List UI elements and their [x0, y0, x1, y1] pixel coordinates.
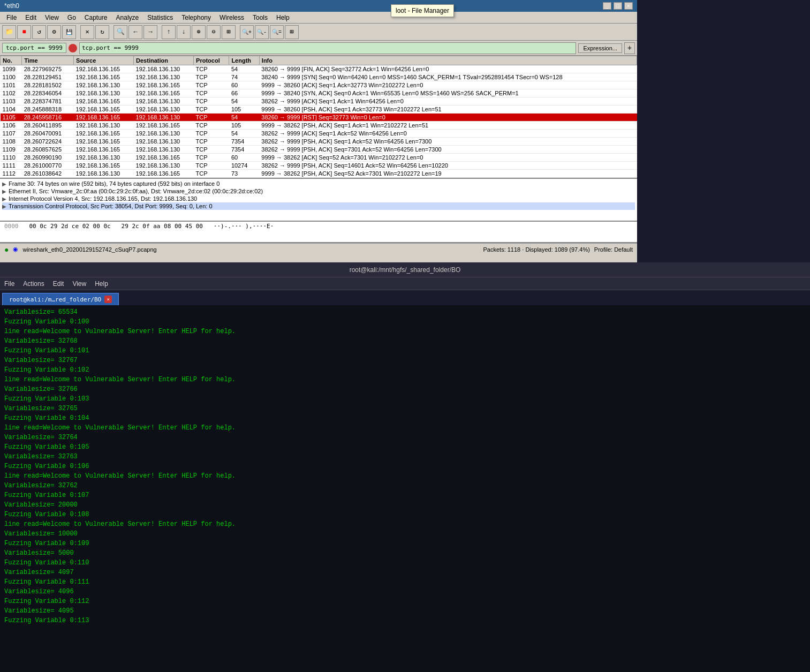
toolbar-next[interactable]: →: [143, 25, 157, 39]
table-row[interactable]: 1101 28.228181502 192.168.136.130 192.16…: [1, 81, 637, 89]
toolbar-zoom-in[interactable]: ⊕: [192, 25, 206, 39]
terminal-line: Variablesize= 32766: [4, 384, 806, 394]
toolbar-save[interactable]: 💾: [62, 25, 76, 39]
menu-statistics[interactable]: Statistics: [143, 13, 177, 22]
detail-row[interactable]: ▶Ethernet II, Src: Vmware_2c:0f:aa (00:0…: [2, 187, 635, 195]
toolbar-find[interactable]: 🔍: [113, 25, 127, 39]
table-row[interactable]: 1104 28.245888318 192.168.136.165 192.16…: [1, 105, 637, 114]
terminal-line: Variablesize= 32765: [4, 404, 806, 413]
terminal-line: Variablesize= 32763: [4, 452, 806, 462]
col-protocol[interactable]: Protocol: [194, 56, 229, 65]
detail-row[interactable]: ▶Frame 30: 74 bytes on wire (592 bits), …: [2, 180, 635, 187]
terminal-line: Fuzzing Variable 0:102: [4, 365, 806, 375]
terminal-line: Variablesize= 4096: [4, 587, 806, 597]
terminal-tab-close[interactable]: ×: [104, 296, 112, 303]
filter-clear-btn[interactable]: [69, 44, 77, 52]
toolbar-options[interactable]: ⚙: [47, 25, 61, 39]
col-no[interactable]: No.: [1, 56, 22, 65]
minimize-button[interactable]: _: [603, 2, 611, 10]
menu-analyze[interactable]: Analyze: [112, 13, 143, 22]
menu-view[interactable]: View: [41, 13, 63, 22]
toolbar-reload[interactable]: ↻: [95, 25, 109, 39]
toolbar-zoom-out2[interactable]: 🔍-: [255, 25, 269, 39]
menu-wireless[interactable]: Wireless: [215, 13, 248, 22]
menu-go[interactable]: Go: [63, 13, 80, 22]
detail-arrow: ▶: [2, 203, 6, 209]
hex-dots: ··)-.··· ),····E·: [214, 223, 274, 230]
terminal-menu-help[interactable]: Help: [95, 280, 108, 288]
table-row[interactable]: 1107 28.260470091 192.168.136.165 192.16…: [1, 130, 637, 138]
menu-telephony[interactable]: Telephony: [177, 13, 215, 22]
toolbar-resize[interactable]: ⊞: [285, 25, 299, 39]
filter-add-btn[interactable]: +: [624, 42, 635, 54]
menu-help[interactable]: Help: [272, 13, 294, 22]
toolbar-mark-prev[interactable]: ↑: [162, 25, 176, 39]
terminal-line: line read=Welcome to Vulnerable Server! …: [4, 375, 806, 384]
hex-line: 0000 00 0c 29 2d ce 02 00 0c 29 2c 0f aa…: [4, 223, 633, 230]
menu-tools[interactable]: Tools: [248, 13, 272, 22]
terminal-line: line read=Welcome to Vulnerable Server! …: [4, 519, 806, 529]
toolbar-open[interactable]: 📁: [2, 25, 16, 39]
menu-edit[interactable]: Edit: [21, 13, 41, 22]
table-row[interactable]: 1106 28.260411895 192.168.136.130 192.16…: [1, 122, 637, 130]
wireshark-statusbar: ● ◉ wireshark_eth0_20200129152742_cSuqP7…: [0, 243, 637, 255]
statusbar-packets: Packets: 1118 · Displayed: 1089 (97.4%): [483, 246, 590, 253]
col-destination[interactable]: Destination: [134, 56, 194, 65]
terminal-line: Variablesize= 5000: [4, 548, 806, 558]
table-row[interactable]: 1102 28.228346054 192.168.136.130 192.16…: [1, 89, 637, 97]
wireshark-menubar: File Edit View Go Capture Analyze Statis…: [0, 12, 637, 24]
hex-view: 0000 00 0c 29 2d ce 02 00 0c 29 2c 0f aa…: [0, 222, 637, 243]
detail-arrow: ▶: [2, 181, 6, 187]
detail-text: Ethernet II, Src: Vmware_2c:0f:aa (00:0c…: [9, 188, 263, 194]
col-time[interactable]: Time: [22, 56, 74, 65]
toolbar-mark-next[interactable]: ↓: [177, 25, 191, 39]
maximize-button[interactable]: □: [614, 2, 622, 10]
menu-capture[interactable]: Capture: [80, 13, 112, 22]
table-row[interactable]: 1099 28.227969275 192.168.136.165 192.16…: [1, 65, 637, 73]
filter-input[interactable]: [79, 42, 576, 54]
table-row[interactable]: 1110 28.260990190 192.168.136.130 192.16…: [1, 154, 637, 162]
terminal-menu-actions[interactable]: Actions: [23, 280, 44, 288]
detail-row[interactable]: ▶Internet Protocol Version 4, Src: 192.1…: [2, 195, 635, 202]
table-row[interactable]: 1108 28.260722624 192.168.136.165 192.16…: [1, 138, 637, 146]
toolbar-stop[interactable]: ■: [17, 25, 31, 39]
terminal-content[interactable]: Variablesize= 65534Fuzzing Variable 0:10…: [0, 305, 810, 672]
terminal-tab-1[interactable]: root@kali:/m…red_folder/BO ×: [2, 293, 119, 305]
col-source[interactable]: Source: [74, 56, 134, 65]
terminal-line: Fuzzing Variable 0:111: [4, 577, 806, 587]
terminal-line: Fuzzing Variable 0:103: [4, 394, 806, 404]
terminal-menu-view[interactable]: View: [72, 280, 86, 288]
wireshark-title: *eth0: [4, 2, 19, 10]
terminal-line: Variablesize= 4095: [4, 606, 806, 616]
toolbar-close[interactable]: ✕: [80, 25, 94, 39]
table-row[interactable]: 1103 28.228374781 192.168.136.165 192.16…: [1, 97, 637, 105]
close-button[interactable]: ×: [624, 2, 633, 10]
col-length[interactable]: Length: [229, 56, 259, 65]
terminal-menu-file[interactable]: File: [4, 280, 14, 288]
table-row[interactable]: 1111 28.261000770 192.168.136.165 192.16…: [1, 162, 637, 170]
packet-detail: ▶Frame 30: 74 bytes on wire (592 bits), …: [0, 179, 637, 222]
terminal-line: Variablesize= 32768: [4, 336, 806, 346]
table-row[interactable]: 1100 28.228129451 192.168.136.165 192.16…: [1, 73, 637, 81]
terminal-line: Fuzzing Variable 0:101: [4, 346, 806, 356]
table-row[interactable]: 1109 28.260857625 192.168.136.165 192.16…: [1, 146, 637, 154]
terminal-line: Fuzzing Variable 0:106: [4, 462, 806, 471]
terminal-title: root@kali:/mnt/hgfs/_shared_folder/BO: [350, 266, 461, 274]
toolbar-zoom-reset[interactable]: 🔍=: [270, 25, 284, 39]
detail-row[interactable]: ▶Transmission Control Protocol, Src Port…: [2, 202, 635, 210]
toolbar-filter-pkt[interactable]: ⊞: [222, 25, 236, 39]
terminal-line: Variablesize= 32764: [4, 433, 806, 442]
filter-expression-btn[interactable]: Expression...: [578, 43, 622, 53]
toolbar-prev[interactable]: ←: [128, 25, 142, 39]
table-row[interactable]: 1105 28.245958716 192.168.136.165 192.16…: [1, 114, 637, 122]
toolbar-zoom-in2[interactable]: 🔍+: [240, 25, 254, 39]
loot-tooltip-text: loot - File Manager: [396, 7, 449, 14]
toolbar-zoom-out[interactable]: ⊖: [207, 25, 221, 39]
terminal-menu-edit[interactable]: Edit: [53, 280, 64, 288]
packet-table: No. Time Source Destination Protocol Len…: [0, 56, 637, 179]
terminal-line: Fuzzing Variable 0:113: [4, 616, 806, 625]
toolbar-restart[interactable]: ↺: [32, 25, 46, 39]
menu-file[interactable]: File: [2, 13, 21, 22]
table-row[interactable]: 1112 28.261038642 192.168.136.130 192.16…: [1, 170, 637, 178]
col-info[interactable]: Info: [259, 56, 637, 65]
